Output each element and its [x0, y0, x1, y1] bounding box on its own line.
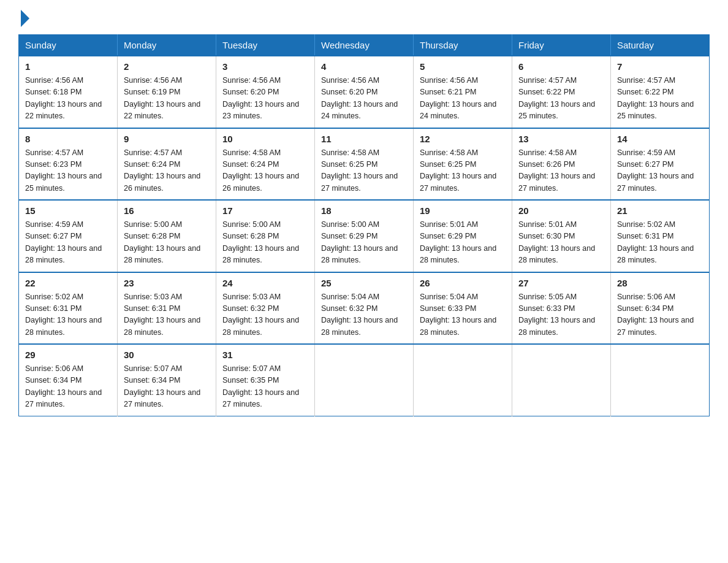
calendar-cell: 14Sunrise: 4:59 AMSunset: 6:27 PMDayligh…	[611, 128, 710, 201]
day-number: 27	[518, 278, 604, 288]
day-number: 29	[25, 350, 111, 360]
calendar-cell: 25Sunrise: 5:04 AMSunset: 6:32 PMDayligh…	[315, 272, 414, 345]
calendar-cell	[512, 344, 611, 416]
day-info: Sunrise: 5:03 AMSunset: 6:31 PMDaylight:…	[124, 291, 210, 339]
day-number: 30	[124, 350, 210, 360]
day-info: Sunrise: 4:57 AMSunset: 6:22 PMDaylight:…	[617, 75, 703, 123]
day-number: 25	[321, 278, 407, 288]
day-number: 22	[25, 278, 111, 288]
day-info: Sunrise: 4:56 AMSunset: 6:19 PMDaylight:…	[124, 75, 210, 123]
calendar-cell: 13Sunrise: 4:58 AMSunset: 6:26 PMDayligh…	[512, 128, 611, 201]
day-number: 14	[617, 134, 703, 144]
day-number: 21	[617, 205, 703, 216]
calendar-cell: 21Sunrise: 5:02 AMSunset: 6:31 PMDayligh…	[611, 200, 710, 272]
calendar-cell: 5Sunrise: 4:56 AMSunset: 6:21 PMDaylight…	[414, 56, 512, 128]
day-info: Sunrise: 5:04 AMSunset: 6:32 PMDaylight:…	[321, 291, 407, 339]
calendar-cell: 3Sunrise: 4:56 AMSunset: 6:20 PMDaylight…	[216, 56, 315, 128]
day-number: 12	[420, 134, 506, 144]
day-number: 28	[617, 278, 703, 288]
day-number: 23	[124, 278, 210, 288]
day-info: Sunrise: 4:58 AMSunset: 6:25 PMDaylight:…	[321, 147, 407, 195]
day-number: 10	[222, 134, 308, 144]
day-info: Sunrise: 5:01 AMSunset: 6:30 PMDaylight:…	[518, 219, 604, 267]
calendar-cell: 17Sunrise: 5:00 AMSunset: 6:28 PMDayligh…	[216, 200, 315, 272]
day-number: 15	[25, 205, 111, 216]
calendar-header-thursday: Thursday	[414, 35, 512, 56]
day-number: 18	[321, 205, 407, 216]
day-number: 8	[25, 134, 111, 144]
calendar-cell: 1Sunrise: 4:56 AMSunset: 6:18 PMDaylight…	[19, 56, 118, 128]
day-number: 19	[420, 205, 506, 216]
calendar-cell: 9Sunrise: 4:57 AMSunset: 6:24 PMDaylight…	[118, 128, 216, 201]
calendar-cell: 29Sunrise: 5:06 AMSunset: 6:34 PMDayligh…	[19, 344, 118, 416]
calendar-cell: 4Sunrise: 4:56 AMSunset: 6:20 PMDaylight…	[315, 56, 414, 128]
calendar-cell: 31Sunrise: 5:07 AMSunset: 6:35 PMDayligh…	[216, 344, 315, 416]
day-info: Sunrise: 5:00 AMSunset: 6:28 PMDaylight:…	[222, 219, 308, 267]
calendar-cell: 8Sunrise: 4:57 AMSunset: 6:23 PMDaylight…	[19, 128, 118, 201]
day-info: Sunrise: 4:59 AMSunset: 6:27 PMDaylight:…	[25, 219, 111, 267]
day-number: 26	[420, 278, 506, 288]
calendar-cell: 20Sunrise: 5:01 AMSunset: 6:30 PMDayligh…	[512, 200, 611, 272]
day-info: Sunrise: 5:05 AMSunset: 6:33 PMDaylight:…	[518, 291, 604, 339]
calendar-cell: 10Sunrise: 4:58 AMSunset: 6:24 PMDayligh…	[216, 128, 315, 201]
day-info: Sunrise: 4:57 AMSunset: 6:23 PMDaylight:…	[25, 147, 111, 195]
calendar-cell: 24Sunrise: 5:03 AMSunset: 6:32 PMDayligh…	[216, 272, 315, 345]
calendar-header-saturday: Saturday	[611, 35, 710, 56]
day-info: Sunrise: 5:06 AMSunset: 6:34 PMDaylight:…	[617, 291, 703, 339]
day-info: Sunrise: 5:02 AMSunset: 6:31 PMDaylight:…	[25, 291, 111, 339]
day-number: 16	[124, 205, 210, 216]
calendar-week-row: 29Sunrise: 5:06 AMSunset: 6:34 PMDayligh…	[19, 344, 710, 416]
day-number: 1	[25, 61, 111, 72]
calendar-week-row: 8Sunrise: 4:57 AMSunset: 6:23 PMDaylight…	[19, 128, 710, 201]
day-number: 31	[222, 350, 308, 360]
day-number: 2	[124, 61, 210, 72]
day-info: Sunrise: 4:58 AMSunset: 6:24 PMDaylight:…	[222, 147, 308, 195]
calendar-header-wednesday: Wednesday	[315, 35, 414, 56]
day-number: 13	[518, 134, 604, 144]
calendar-week-row: 15Sunrise: 4:59 AMSunset: 6:27 PMDayligh…	[19, 200, 710, 272]
day-info: Sunrise: 5:00 AMSunset: 6:28 PMDaylight:…	[124, 219, 210, 267]
day-info: Sunrise: 4:59 AMSunset: 6:27 PMDaylight:…	[617, 147, 703, 195]
calendar-cell	[414, 344, 512, 416]
calendar-table: SundayMondayTuesdayWednesdayThursdayFrid…	[18, 34, 710, 416]
calendar-cell: 2Sunrise: 4:56 AMSunset: 6:19 PMDaylight…	[118, 56, 216, 128]
day-number: 4	[321, 61, 407, 72]
day-info: Sunrise: 4:57 AMSunset: 6:24 PMDaylight:…	[124, 147, 210, 195]
logo	[18, 12, 29, 23]
day-info: Sunrise: 5:02 AMSunset: 6:31 PMDaylight:…	[617, 219, 703, 267]
calendar-cell: 22Sunrise: 5:02 AMSunset: 6:31 PMDayligh…	[19, 272, 118, 345]
calendar-cell: 12Sunrise: 4:58 AMSunset: 6:25 PMDayligh…	[414, 128, 512, 201]
day-info: Sunrise: 4:56 AMSunset: 6:20 PMDaylight:…	[321, 75, 407, 123]
calendar-header-sunday: Sunday	[19, 35, 118, 56]
calendar-cell	[315, 344, 414, 416]
calendar-header-tuesday: Tuesday	[216, 35, 315, 56]
calendar-cell: 15Sunrise: 4:59 AMSunset: 6:27 PMDayligh…	[19, 200, 118, 272]
page-header	[18, 12, 710, 23]
day-number: 7	[617, 61, 703, 72]
day-info: Sunrise: 5:04 AMSunset: 6:33 PMDaylight:…	[420, 291, 506, 339]
day-info: Sunrise: 4:58 AMSunset: 6:26 PMDaylight:…	[518, 147, 604, 195]
day-number: 24	[222, 278, 308, 288]
calendar-header-row: SundayMondayTuesdayWednesdayThursdayFrid…	[19, 35, 710, 56]
day-number: 11	[321, 134, 407, 144]
day-info: Sunrise: 5:06 AMSunset: 6:34 PMDaylight:…	[25, 363, 111, 411]
day-info: Sunrise: 4:57 AMSunset: 6:22 PMDaylight:…	[518, 75, 604, 123]
day-info: Sunrise: 4:56 AMSunset: 6:20 PMDaylight:…	[222, 75, 308, 123]
calendar-week-row: 22Sunrise: 5:02 AMSunset: 6:31 PMDayligh…	[19, 272, 710, 345]
day-info: Sunrise: 5:07 AMSunset: 6:34 PMDaylight:…	[124, 363, 210, 411]
logo-triangle-icon	[21, 10, 29, 27]
day-info: Sunrise: 4:58 AMSunset: 6:25 PMDaylight:…	[420, 147, 506, 195]
calendar-cell: 27Sunrise: 5:05 AMSunset: 6:33 PMDayligh…	[512, 272, 611, 345]
calendar-cell: 6Sunrise: 4:57 AMSunset: 6:22 PMDaylight…	[512, 56, 611, 128]
calendar-cell: 11Sunrise: 4:58 AMSunset: 6:25 PMDayligh…	[315, 128, 414, 201]
calendar-cell: 18Sunrise: 5:00 AMSunset: 6:29 PMDayligh…	[315, 200, 414, 272]
day-number: 9	[124, 134, 210, 144]
calendar-header-friday: Friday	[512, 35, 611, 56]
calendar-cell: 26Sunrise: 5:04 AMSunset: 6:33 PMDayligh…	[414, 272, 512, 345]
day-number: 17	[222, 205, 308, 216]
day-info: Sunrise: 5:07 AMSunset: 6:35 PMDaylight:…	[222, 363, 308, 411]
day-number: 6	[518, 61, 604, 72]
calendar-cell: 16Sunrise: 5:00 AMSunset: 6:28 PMDayligh…	[118, 200, 216, 272]
day-number: 20	[518, 205, 604, 216]
calendar-cell: 19Sunrise: 5:01 AMSunset: 6:29 PMDayligh…	[414, 200, 512, 272]
